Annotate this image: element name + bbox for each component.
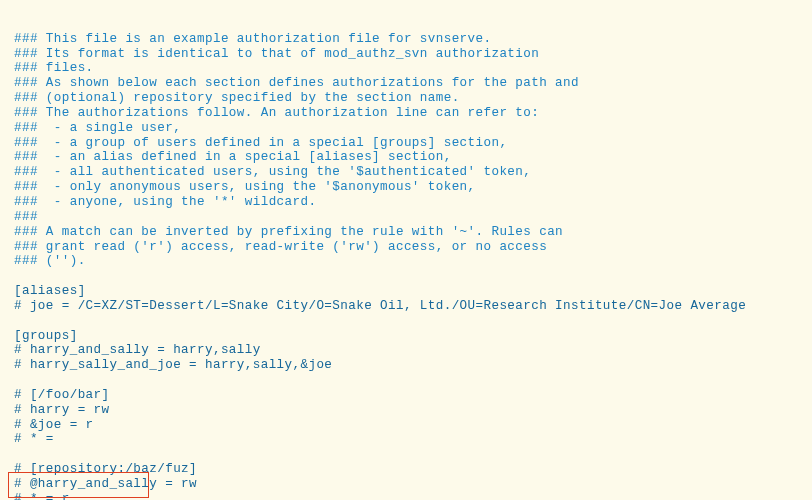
code-line xyxy=(14,269,812,284)
code-line: ### As shown below each section defines … xyxy=(14,76,812,91)
code-line: ### files. xyxy=(14,61,812,76)
code-line: ### - all authenticated users, using the… xyxy=(14,165,812,180)
code-line xyxy=(14,373,812,388)
code-line: ### - only anonymous users, using the '$… xyxy=(14,180,812,195)
code-line: # * = xyxy=(14,432,812,447)
code-line: ### (optional) repository specified by t… xyxy=(14,91,812,106)
code-line: ### - an alias defined in a special [ali… xyxy=(14,150,812,165)
code-line: ### (''). xyxy=(14,254,812,269)
code-line: # joe = /C=XZ/ST=Dessert/L=Snake City/O=… xyxy=(14,299,812,314)
code-line: ### This file is an example authorizatio… xyxy=(14,32,812,47)
code-line: ### - a single user, xyxy=(14,121,812,136)
code-line: ### - a group of users defined in a spec… xyxy=(14,136,812,151)
code-line: # * = r xyxy=(14,492,812,500)
code-line: # [repository:/baz/fuz] xyxy=(14,462,812,477)
code-line: # @harry_and_sally = rw xyxy=(14,477,812,492)
text-editor-viewport[interactable]: ### This file is an example authorizatio… xyxy=(0,0,812,500)
code-line: ### xyxy=(14,210,812,225)
code-line: # harry = rw xyxy=(14,403,812,418)
code-line xyxy=(14,447,812,462)
code-line: [groups] xyxy=(14,329,812,344)
code-line: ### A match can be inverted by prefixing… xyxy=(14,225,812,240)
file-content: ### This file is an example authorizatio… xyxy=(14,32,812,500)
code-line: # harry_sally_and_joe = harry,sally,&joe xyxy=(14,358,812,373)
code-line: [aliases] xyxy=(14,284,812,299)
code-line: ### - anyone, using the '*' wildcard. xyxy=(14,195,812,210)
code-line xyxy=(14,314,812,329)
code-line: # [/foo/bar] xyxy=(14,388,812,403)
code-line: # harry_and_sally = harry,sally xyxy=(14,343,812,358)
code-line: ### Its format is identical to that of m… xyxy=(14,47,812,62)
code-line: ### The authorizations follow. An author… xyxy=(14,106,812,121)
code-line: ### grant read ('r') access, read-write … xyxy=(14,240,812,255)
code-line: # &joe = r xyxy=(14,418,812,433)
